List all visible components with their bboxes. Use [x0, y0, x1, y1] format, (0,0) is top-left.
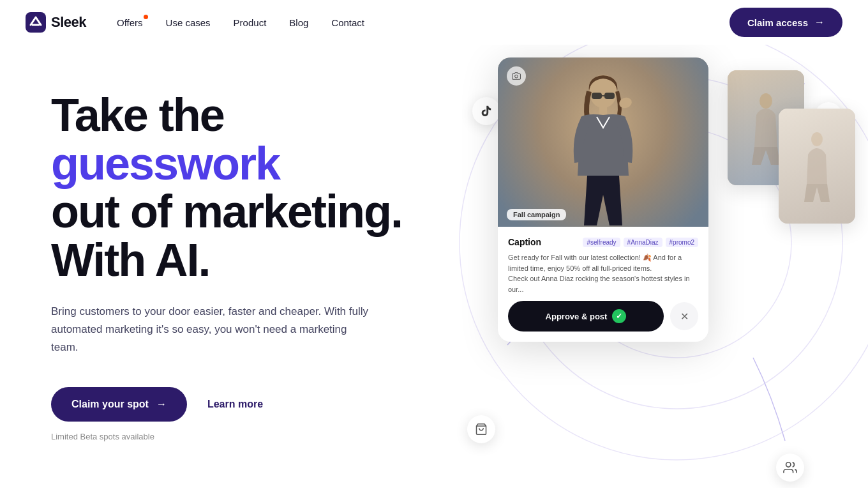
svg-point-3 — [562, 128, 791, 358]
side-reject-icon: ✕ — [774, 139, 795, 161]
heading-line1: Take the — [51, 89, 224, 141]
x-icon: ✕ — [680, 310, 689, 323]
heading-line3: With AI. — [51, 234, 210, 286]
heading-line2: out of marketing. — [51, 186, 402, 237]
claim-access-button[interactable]: Claim access → — [730, 8, 842, 37]
hero-visual: ✕ — [421, 45, 868, 488]
users-icon — [776, 454, 804, 482]
svg-rect-4 — [571, 70, 581, 78]
hero-heading: Take the guesswork out of marketing. Wit… — [51, 91, 460, 284]
svg-point-6 — [826, 114, 831, 119]
tag-1: #selfready — [583, 238, 620, 247]
tag-3: #promo2 — [666, 238, 698, 247]
hero-section: Take the guesswork out of marketing. Wit… — [0, 45, 868, 488]
svg-rect-16 — [599, 107, 607, 117]
check-icon: ✓ — [612, 309, 626, 323]
nav-links: Offers Use cases Product Blog Contact — [117, 17, 730, 28]
nav-link-offers[interactable]: Offers — [117, 17, 143, 28]
card-photo-label: Fall campaign — [507, 209, 566, 220]
svg-rect-13 — [592, 93, 602, 99]
card-body: Caption #selfready #AnnaDiaz #promo2 Get… — [498, 227, 708, 342]
nav-link-product[interactable]: Product — [234, 17, 267, 28]
main-content-card: Fall campaign Caption #selfready #AnnaDi… — [498, 57, 708, 342]
svg-rect-5 — [823, 111, 834, 122]
svg-point-17 — [618, 96, 633, 110]
card-text-body: Get ready for Fall with our latest colle… — [508, 252, 698, 294]
arrow-icon: → — [814, 17, 825, 28]
side-card-1 — [728, 70, 804, 185]
reject-button[interactable]: ✕ — [670, 302, 698, 330]
svg-point-7 — [831, 113, 832, 114]
svg-point-18 — [515, 75, 518, 78]
side-card-2 — [779, 109, 855, 224]
camera-icon — [507, 66, 526, 86]
instagram-icon — [814, 102, 842, 130]
bg-svg — [408, 45, 868, 488]
logo-icon — [26, 12, 46, 33]
nav-link-blog[interactable]: Blog — [289, 17, 308, 28]
hero-subtext: Bring customers to your door easier, fas… — [51, 303, 370, 356]
nav-link-contact[interactable]: Contact — [331, 17, 364, 28]
card-tags: #selfready #AnnaDiaz #promo2 — [583, 238, 698, 247]
brand-name: Sleek — [51, 14, 86, 31]
svg-point-1 — [460, 45, 868, 460]
svg-point-10 — [760, 93, 772, 109]
svg-rect-14 — [604, 93, 615, 99]
limited-badge: Limited Beta spots available — [51, 432, 460, 441]
logo[interactable]: Sleek — [26, 12, 86, 33]
tag-2: #AnnaDiaz — [624, 238, 662, 247]
card-photo: Fall campaign — [498, 57, 708, 227]
svg-point-11 — [811, 132, 823, 146]
cta-arrow-icon: → — [156, 399, 167, 410]
claim-spot-button[interactable]: Claim your spot → — [51, 387, 187, 422]
email-icon — [562, 60, 590, 88]
heading-accent: guesswork — [51, 138, 280, 189]
svg-point-2 — [511, 77, 842, 409]
shopping-icon — [467, 415, 495, 443]
hero-content: Take the guesswork out of marketing. Wit… — [0, 91, 460, 441]
caption-title: Caption — [508, 237, 541, 247]
caption-row: Caption #selfready #AnnaDiaz #promo2 — [508, 237, 698, 247]
nav-link-usecases[interactable]: Use cases — [166, 17, 211, 28]
approve-post-button[interactable]: Approve & post ✓ — [508, 301, 664, 332]
card-actions: Approve & post ✓ ✕ — [508, 301, 698, 332]
learn-more-link[interactable]: Learn more — [207, 399, 263, 410]
svg-rect-0 — [26, 12, 46, 33]
svg-point-12 — [589, 75, 617, 108]
cta-row: Claim your spot → Learn more — [51, 387, 460, 422]
silhouette-figure — [552, 73, 654, 227]
navbar: Sleek Offers Use cases Product Blog Cont… — [0, 0, 868, 45]
svg-point-9 — [786, 462, 791, 467]
tiktok-icon — [472, 97, 500, 125]
